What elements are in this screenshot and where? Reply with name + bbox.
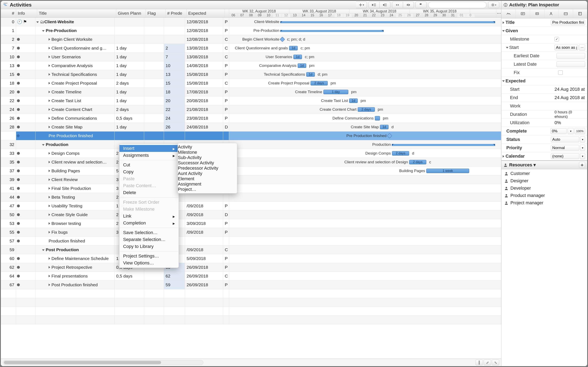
disclosure-triangle-icon[interactable]: [49, 170, 50, 172]
cell-timeline[interactable]: Create Project Proposal2 dayspm: [229, 79, 501, 87]
insp-status-select[interactable]: [551, 137, 579, 142]
cell-expected[interactable]: 5/09/2018: [185, 254, 223, 263]
disclosure-triangle-icon[interactable]: [49, 275, 50, 277]
search-field[interactable]: [428, 2, 486, 8]
cell-flag[interactable]: [144, 26, 164, 35]
gantt-bar[interactable]: 2 days: [311, 81, 328, 85]
disclosure-triangle-icon[interactable]: [36, 21, 39, 23]
menu-item[interactable]: Separate Selection…: [120, 236, 179, 243]
cell-predecessor[interactable]: 20: [164, 96, 185, 105]
cell-title[interactable]: Define Communications: [35, 114, 114, 123]
table-row[interactable]: 35Client review and selection…2 daClient…: [1, 158, 501, 167]
cell-given[interactable]: [114, 132, 144, 140]
insp-complete-100-button[interactable]: 100%: [575, 128, 585, 134]
cell-predecessor[interactable]: 15: [164, 79, 185, 87]
cell-flag[interactable]: [144, 281, 164, 289]
cell-title[interactable]: Comparative Analysis: [35, 61, 114, 70]
cell-timeline[interactable]: Production: [229, 140, 501, 149]
gantt-bar[interactable]: 2 days: [392, 151, 409, 156]
col-flag[interactable]: Flag: [146, 9, 165, 17]
insp-calendar-menu[interactable]: ▾: [580, 153, 585, 159]
resource-item[interactable]: Designer: [504, 178, 584, 184]
disclosure-triangle-icon[interactable]: [42, 30, 44, 32]
outdent-button[interactable]: [369, 2, 380, 8]
cell-timeline[interactable]: Create Content Chart2 dayspm: [229, 105, 501, 114]
menu-item[interactable]: Assignment: [178, 182, 237, 187]
columns-menu-button[interactable]: ⋯: [496, 9, 501, 17]
disclosure-triangle-icon[interactable]: [42, 144, 44, 146]
disclosure-triangle-icon[interactable]: [49, 205, 50, 207]
gantt-bar[interactable]: [392, 144, 495, 146]
menu-item[interactable]: Copy: [120, 168, 179, 175]
cell-title[interactable]: Pre Production finished: [35, 132, 114, 140]
cell-timeline[interactable]: Create Tast List1dpm: [229, 96, 501, 105]
col-pred[interactable]: # Prede: [165, 9, 187, 17]
cell-given[interactable]: [114, 35, 144, 44]
gantt-bar[interactable]: 1d: [298, 63, 306, 68]
cell-timeline[interactable]: Pre Production finished: [229, 132, 501, 140]
cell-title[interactable]: Create Tast List: [35, 96, 114, 105]
cell-predecessor[interactable]: 18: [164, 88, 185, 96]
table-row[interactable]: 15Technical Specifications1 day1315/08/2…: [1, 70, 501, 79]
disclosure-triangle-icon[interactable]: [49, 100, 50, 102]
cell-predecessor[interactable]: 10: [164, 61, 185, 70]
cell-flag[interactable]: [144, 105, 164, 114]
menu-item[interactable]: Successor Activity: [178, 160, 237, 166]
cell-flag[interactable]: [144, 88, 164, 96]
cell-flag[interactable]: [144, 53, 164, 61]
cell-timeline[interactable]: [229, 237, 501, 245]
view-zoomin-button[interactable]: ⤡: [492, 360, 499, 365]
disclosure-triangle-icon[interactable]: [49, 108, 50, 111]
view-zoomout-button[interactable]: ⤢: [484, 360, 491, 365]
cell-timeline[interactable]: Technical Specifications1dd; pm: [229, 70, 501, 79]
cell-timeline[interactable]: [229, 281, 501, 289]
table-row[interactable]: 28Create Site Map1 day2624/08/2018DCreat…: [1, 123, 501, 132]
table-row[interactable]: 33Design Comps2 daDesign Comps2 daysd: [1, 149, 501, 158]
table-row[interactable]: 44Beta Testing2 da: [1, 193, 501, 202]
table-row[interactable]: 64Final presentations0,5 days6226/09/201…: [1, 272, 501, 281]
cell-timeline[interactable]: Create Site Map1dd: [229, 123, 501, 131]
menu-item[interactable]: Predecessor Activity: [178, 166, 237, 171]
cell-given[interactable]: 1 day: [114, 96, 144, 105]
cell-timeline[interactable]: Define Communicationspm: [229, 114, 501, 123]
inspector-tab-5[interactable]: [559, 9, 573, 18]
cell-timeline[interactable]: Create Timeline1 daypm: [229, 88, 501, 96]
disclosure-triangle-icon[interactable]: [49, 222, 50, 225]
cell-expected[interactable]: 14/08/2018: [185, 61, 223, 70]
cell-expected[interactable]: 12/08/2018: [185, 26, 223, 35]
cell-expected[interactable]: 26/09/2018: [185, 263, 223, 272]
cell-given[interactable]: 1 day: [114, 123, 144, 131]
insp-title-input[interactable]: [551, 20, 585, 25]
menu-item[interactable]: Link: [120, 213, 179, 220]
table-row[interactable]: 67Post Production finished5926/09/2018P: [1, 281, 501, 289]
gantt-bar[interactable]: [375, 116, 380, 120]
cell-flag[interactable]: [144, 132, 164, 140]
disclosure-triangle-icon[interactable]: [49, 213, 50, 216]
table-row[interactable]: 20Create Timeline1 day1817/08/2018PCreat…: [1, 88, 501, 96]
menu-item[interactable]: Milestone: [178, 150, 237, 155]
insp-fix-checkbox[interactable]: [558, 70, 563, 75]
disclosure-triangle-icon[interactable]: [49, 231, 50, 234]
cell-title[interactable]: Begin Client Worksite: [35, 35, 114, 44]
gantt-bar[interactable]: [281, 21, 495, 23]
table-row[interactable]: 57Production finished: [1, 237, 501, 245]
cell-timeline[interactable]: [229, 193, 501, 201]
table-row[interactable]: 10User Scenarios1 day713/08/2018CUser Sc…: [1, 53, 501, 61]
disclosure-triangle-icon[interactable]: [49, 152, 50, 155]
table-row[interactable]: 26Define Communications0,5 days2423/08/2…: [1, 114, 501, 123]
menu-item[interactable]: Cut: [120, 161, 179, 168]
cell-title[interactable]: Post Production: [35, 245, 114, 254]
table-row[interactable]: [1, 316, 501, 324]
disclosure-triangle-icon[interactable]: [49, 161, 50, 163]
gantt-bar[interactable]: 2 days: [358, 107, 375, 112]
cell-predecessor[interactable]: 62: [164, 272, 185, 280]
table-row[interactable]: 59Post Production/09/2018C: [1, 245, 501, 254]
cell-timeline[interactable]: Client Questionnaire and goals1dc; pm: [229, 44, 501, 52]
cell-expected[interactable]: 12/08/2018: [185, 35, 223, 44]
cell-given[interactable]: [114, 26, 144, 35]
cell-title[interactable]: Production: [35, 140, 114, 149]
cell-timeline[interactable]: [229, 272, 501, 280]
cell-title[interactable]: User Scenarios: [35, 53, 114, 61]
table-row[interactable]: 55Fix bugs3 da/09/2018P: [1, 228, 501, 237]
table-row[interactable]: 0🕘⚑🗂 Client-Website12/08/2018PClient-Web…: [1, 17, 501, 26]
